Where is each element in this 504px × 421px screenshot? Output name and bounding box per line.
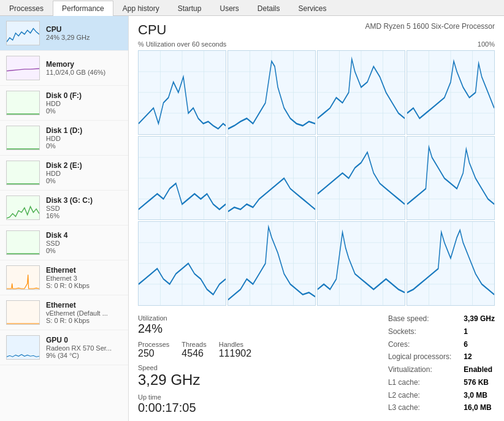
- processes-value: 250: [138, 348, 169, 359]
- tab-app-history[interactable]: App history: [113, 1, 169, 16]
- utilization-stat: Utilization 24%: [138, 314, 251, 336]
- cpu-core-chart-4: [138, 136, 226, 221]
- tab-startup[interactable]: Startup: [169, 1, 211, 16]
- svg-rect-2: [7, 91, 39, 115]
- uptime-value: 0:00:17:05: [138, 401, 251, 415]
- sidebar-item-gpu0-info: GPU 0 Radeon RX 570 Ser... 9% (34 °C): [46, 336, 122, 359]
- right-header: CPU AMD Ryzen 5 1600 Six-Core Processor: [138, 22, 495, 38]
- stats-right: Base speed: 3,39 GHz Sockets: 1 Cores: 6…: [388, 314, 495, 415]
- right-panel: CPU AMD Ryzen 5 1600 Six-Core Processor …: [129, 16, 504, 421]
- disk1-mini-chart: [6, 126, 40, 150]
- l2-value: 3,0 MB: [464, 391, 495, 403]
- speed-value: 3,29 GHz: [138, 371, 251, 389]
- sidebar-disk2-pct: 0%: [46, 177, 122, 184]
- sidebar-item-disk1[interactable]: Disk 1 (D:) HDD 0%: [0, 121, 128, 156]
- cpu-core-chart-3: [407, 50, 495, 135]
- cpu-core-chart-7: [407, 136, 495, 221]
- sidebar-item-eth1-info: Ethernet Ethernet 3 S: 0 R: 0 Kbps: [46, 266, 122, 289]
- chart-label-row: % Utilization over 60 seconds 100%: [138, 40, 495, 48]
- sidebar-item-cpu-info: CPU 24% 3,29 GHz: [46, 25, 122, 41]
- sidebar-disk2-sub: HDD: [46, 170, 122, 177]
- sidebar-item-disk2-info: Disk 2 (E:) HDD 0%: [46, 161, 122, 184]
- sidebar-item-disk3[interactable]: Disk 3 (G: C:) SSD 16%: [0, 191, 128, 226]
- sidebar-disk3-title: Disk 3 (G: C:): [46, 196, 122, 205]
- sockets-value: 1: [464, 327, 495, 339]
- cores-value: 6: [464, 340, 495, 352]
- sidebar-memory-sub: 11,0/24,0 GB (46%): [46, 69, 122, 76]
- disk2-mini-chart: [6, 161, 40, 185]
- main-container: CPU 24% 3,29 GHz Memory 11,0/24,0 GB (46…: [0, 16, 504, 421]
- disk0-mini-chart: [6, 91, 40, 115]
- sidebar: CPU 24% 3,29 GHz Memory 11,0/24,0 GB (46…: [0, 16, 129, 421]
- svg-rect-4: [7, 161, 39, 184]
- base-speed-label: Base speed:: [388, 314, 451, 326]
- base-speed-value: 3,39 GHz: [464, 314, 495, 326]
- sidebar-item-disk0-info: Disk 0 (F:) HDD 0%: [46, 91, 122, 115]
- sidebar-item-gpu0[interactable]: GPU 0 Radeon RX 570 Ser... 9% (34 °C): [0, 330, 128, 365]
- sidebar-eth1-pct: S: 0 R: 0 Kbps: [46, 282, 122, 289]
- cpu-core-chart-11: [407, 221, 495, 306]
- tab-services[interactable]: Services: [289, 1, 336, 16]
- sidebar-gpu0-pct: 9% (34 °C): [46, 352, 122, 359]
- handles-label: Handles: [219, 341, 251, 348]
- sidebar-disk2-title: Disk 2 (E:): [46, 161, 122, 170]
- virt-label: Virtualization:: [388, 365, 451, 377]
- page-title: CPU: [138, 22, 166, 38]
- sidebar-item-disk4[interactable]: Disk 4 SSD 0%: [0, 226, 128, 260]
- cpu-core-chart-10: [317, 221, 405, 306]
- sidebar-item-eth2-info: Ethernet vEthernet (Default ... S: 0 R: …: [46, 301, 122, 324]
- processes-label: Processes: [138, 341, 169, 348]
- tab-details[interactable]: Details: [248, 1, 289, 16]
- sidebar-memory-title: Memory: [46, 60, 122, 69]
- sockets-label: Sockets:: [388, 327, 451, 339]
- sidebar-eth2-pct: S: 0 R: 0 Kbps: [46, 317, 122, 324]
- svg-rect-1: [7, 56, 39, 80]
- tab-processes[interactable]: Processes: [0, 1, 53, 16]
- memory-mini-chart: [6, 56, 40, 80]
- sidebar-item-disk3-info: Disk 3 (G: C:) SSD 16%: [46, 196, 122, 219]
- processor-name: AMD Ryzen 5 1600 Six-Core Processor: [365, 22, 495, 31]
- sidebar-item-disk0[interactable]: Disk 0 (F:) HDD 0%: [0, 86, 128, 121]
- logical-label: Logical processors:: [388, 352, 451, 364]
- handles-value: 111902: [219, 348, 251, 359]
- sidebar-item-memory[interactable]: Memory 11,0/24,0 GB (46%): [0, 51, 128, 86]
- l2-label: L2 cache:: [388, 391, 451, 403]
- sidebar-item-disk2[interactable]: Disk 2 (E:) HDD 0%: [0, 156, 128, 191]
- stats-section: Utilization 24% Processes 250 Threads 45…: [138, 314, 495, 415]
- sidebar-disk4-pct: 0%: [46, 247, 122, 254]
- chart-label: % Utilization over 60 seconds: [138, 40, 226, 48]
- threads-stat: Threads 4546: [181, 341, 206, 359]
- svg-rect-5: [7, 196, 39, 219]
- threads-value: 4546: [181, 348, 206, 359]
- tab-users[interactable]: Users: [210, 1, 248, 16]
- sidebar-disk3-pct: 16%: [46, 212, 122, 219]
- cpu-mini-chart: [6, 21, 40, 45]
- chart-max: 100%: [478, 40, 495, 48]
- cpu-core-chart-2: [317, 50, 405, 135]
- tab-performance[interactable]: Performance: [53, 1, 113, 16]
- cpu-core-chart-5: [227, 136, 316, 221]
- sidebar-disk4-sub: SSD: [46, 240, 122, 247]
- sidebar-item-eth1[interactable]: Ethernet Ethernet 3 S: 0 R: 0 Kbps: [0, 260, 128, 295]
- sidebar-item-eth2[interactable]: Ethernet vEthernet (Default ... S: 0 R: …: [0, 295, 128, 330]
- gpu0-mini-chart: [6, 335, 40, 360]
- stats-left: Utilization 24% Processes 250 Threads 45…: [138, 314, 388, 415]
- sidebar-cpu-sub: 24% 3,29 GHz: [46, 34, 122, 41]
- cpu-core-chart-9: [227, 221, 316, 306]
- sidebar-disk0-sub: HDD: [46, 100, 122, 107]
- l3-label: L3 cache:: [388, 403, 451, 415]
- sidebar-disk1-sub: HDD: [46, 135, 122, 142]
- sidebar-eth2-title: Ethernet: [46, 301, 122, 309]
- l1-value: 576 KB: [464, 378, 495, 390]
- speed-label: Speed: [138, 364, 251, 371]
- svg-rect-3: [7, 126, 39, 150]
- sidebar-eth1-title: Ethernet: [46, 266, 122, 275]
- sidebar-item-disk4-info: Disk 4 SSD 0%: [46, 231, 122, 254]
- sidebar-eth1-sub: Ethernet 3: [46, 275, 122, 282]
- cpu-core-chart-0: [138, 50, 226, 135]
- uptime-stat: Up time 0:00:17:05: [138, 393, 251, 415]
- tab-bar: Processes Performance App history Startu…: [0, 0, 504, 16]
- processes-stat: Processes 250: [138, 341, 169, 359]
- eth1-mini-chart: [6, 265, 40, 290]
- sidebar-item-cpu[interactable]: CPU 24% 3,29 GHz: [0, 16, 128, 51]
